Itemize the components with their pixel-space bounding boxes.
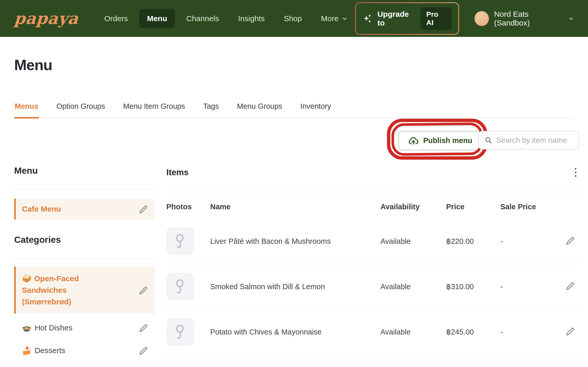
item-name: Liver Pâté with Bacon & Mushrooms [210, 237, 380, 246]
hot-dish-icon: 🍲 [22, 323, 31, 332]
edit-icon[interactable] [565, 235, 575, 246]
cloud-upload-icon [408, 135, 419, 146]
publish-menu-button[interactable]: Publish menu [398, 131, 481, 150]
account-menu[interactable]: Nord Eats (Sandbox) [475, 10, 574, 27]
item-photo-placeholder[interactable] [166, 227, 194, 255]
sparkles-icon [363, 13, 373, 24]
divider [14, 189, 155, 190]
edit-icon[interactable] [565, 326, 575, 337]
tab-tags[interactable]: Tags [203, 101, 219, 118]
primary-nav: Orders Menu Channels Insights Shop More [96, 9, 355, 28]
chevron-down-icon [568, 16, 574, 21]
search-icon [485, 136, 492, 145]
menu-sidebar: Menu Cafe Menu Categories 🥪Open-Faced Sa… [14, 165, 155, 367]
tab-option-groups[interactable]: Option Groups [56, 101, 106, 118]
sidebar-categories-heading: Categories [14, 235, 155, 245]
search-input[interactable] [496, 136, 573, 145]
nav-item-more-label: More [321, 14, 339, 23]
item-price: ฿310.00 [446, 282, 500, 291]
edit-icon[interactable] [565, 280, 575, 291]
upgrade-button[interactable]: Upgrade to Pro AI [355, 2, 459, 35]
tab-menu-groups[interactable]: Menu Groups [236, 101, 283, 118]
column-sale-price: Sale Price [500, 192, 549, 219]
tab-menu-item-groups[interactable]: Menu Item Groups [123, 101, 185, 118]
table-row[interactable]: Smoked Salmon with Dill & Lemon Availabl… [166, 264, 579, 310]
category-drinks[interactable]: ☕Drinks [14, 365, 155, 367]
sidebar-item-cafe-menu[interactable]: Cafe Menu [14, 198, 155, 220]
papaya-placeholder-icon [174, 278, 187, 295]
table-row[interactable]: Potato with Chives & Mayonnaise Availabl… [166, 310, 579, 355]
column-name: Name [210, 192, 380, 219]
nav-item-menu[interactable]: Menu [139, 9, 175, 28]
divider [14, 258, 155, 259]
account-name: Nord Eats (Sandbox) [494, 10, 563, 27]
edit-icon[interactable] [138, 322, 149, 333]
item-availability: Available [380, 328, 446, 336]
papaya-logo[interactable]: papaya [13, 9, 79, 28]
item-price: ฿245.00 [446, 328, 500, 336]
column-price: Price [446, 192, 500, 219]
category-label: Desserts [35, 346, 65, 355]
column-availability: Availability [380, 192, 446, 219]
nav-item-shop[interactable]: Shop [276, 9, 309, 28]
top-nav-bar: papaya Orders Menu Channels Insights Sho… [0, 0, 588, 37]
table-row[interactable]: Liver Pâté with Bacon & Mushrooms Availa… [166, 219, 579, 264]
category-list: 🥪Open-Faced Sandwiches (Smørrebrød) 🍲Hot… [14, 266, 155, 367]
tab-inventory[interactable]: Inventory [300, 101, 332, 118]
item-name: Smoked Salmon with Dill & Lemon [210, 282, 380, 291]
category-desserts[interactable]: 🍰Desserts [14, 342, 155, 359]
item-price: ฿220.00 [446, 237, 500, 246]
nav-item-insights[interactable]: Insights [230, 9, 272, 28]
chevron-down-icon [342, 16, 347, 21]
item-availability: Available [380, 237, 446, 246]
sandwich-icon: 🥪 [22, 274, 31, 283]
item-availability: Available [380, 282, 446, 291]
items-options-menu-icon[interactable] [572, 165, 579, 179]
edit-icon[interactable] [138, 204, 149, 214]
sidebar-menu-heading: Menu [14, 165, 155, 176]
item-sale-price: - [500, 328, 549, 336]
papaya-placeholder-icon [174, 323, 187, 340]
items-table-header: Photos Name Availability Price Sale Pric… [166, 192, 579, 219]
papaya-placeholder-icon [174, 233, 187, 250]
tab-bar: Menus Option Groups Menu Item Groups Tag… [14, 101, 574, 118]
nav-item-orders[interactable]: Orders [96, 9, 136, 28]
item-photo-placeholder[interactable] [166, 318, 194, 346]
edit-icon[interactable] [138, 345, 149, 356]
publish-menu-label: Publish menu [423, 136, 472, 145]
category-label: Hot Dishes [35, 323, 72, 332]
category-open-faced-sandwiches[interactable]: 🥪Open-Faced Sandwiches (Smørrebrød) [14, 266, 155, 314]
cake-icon: 🍰 [22, 346, 31, 355]
tab-menus[interactable]: Menus [14, 101, 39, 118]
category-hot-dishes[interactable]: 🍲Hot Dishes [14, 319, 155, 336]
nav-item-more[interactable]: More [313, 9, 355, 28]
pro-ai-badge: Pro AI [421, 7, 452, 30]
item-name: Potato with Chives & Mayonnaise [210, 328, 380, 336]
item-sale-price: - [500, 237, 549, 246]
edit-icon[interactable] [138, 285, 149, 296]
menu-name: Cafe Menu [22, 205, 61, 213]
avatar [475, 11, 489, 26]
item-search [478, 131, 579, 149]
column-photos: Photos [166, 192, 210, 219]
item-photo-placeholder[interactable] [166, 273, 194, 301]
item-sale-price: - [500, 282, 549, 291]
upgrade-label: Upgrade to [377, 10, 416, 27]
page-title: Menu [14, 56, 52, 73]
items-heading: Items [166, 168, 189, 177]
nav-item-channels[interactable]: Channels [178, 9, 227, 28]
items-panel: Items Photos Name Availability Price Sal… [166, 165, 579, 355]
